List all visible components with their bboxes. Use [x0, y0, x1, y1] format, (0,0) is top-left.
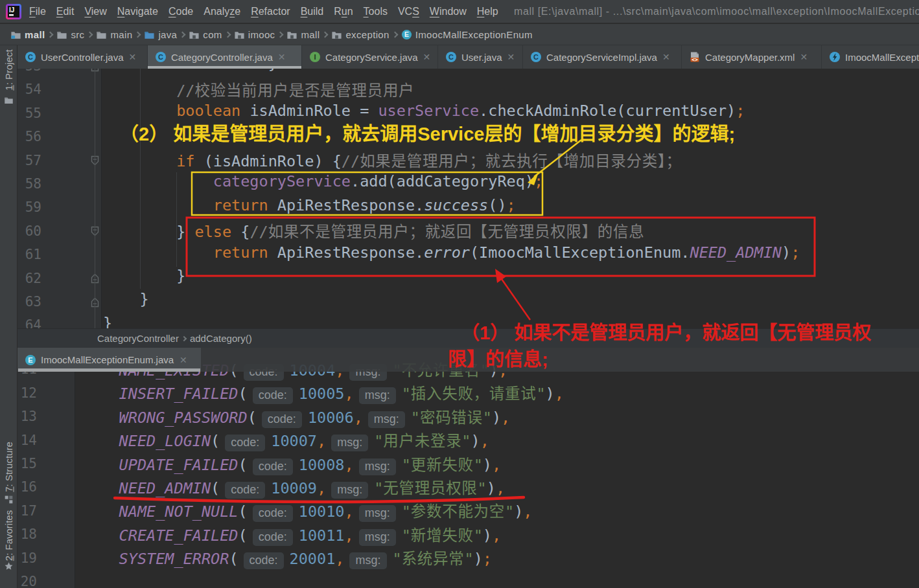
- nav-crumb-java[interactable]: java: [144, 24, 177, 45]
- annotation-yellow-note: （2） 如果是管理员用户，就去调用Service层的【增加目录分类】的逻辑;: [120, 119, 735, 146]
- nav-crumb-mall[interactable]: mall: [286, 24, 320, 45]
- code-token: ": [474, 526, 483, 545]
- line-number: 63: [25, 294, 41, 310]
- class-icon: C: [445, 51, 457, 63]
- chevron-right-icon: [224, 31, 231, 38]
- editor-category-controller[interactable]: 535455565758596061626364 } //校验当前用户是否是管理…: [17, 69, 919, 328]
- close-icon[interactable]: ✕: [507, 52, 515, 62]
- tab-categorycontroller-java[interactable]: CCategoryController.java✕: [148, 45, 302, 69]
- editor-imooc-mall-exception-enum[interactable]: 11121314151617181920 NAME_EXISTED(code:1…: [17, 348, 919, 588]
- close-icon[interactable]: ✕: [180, 355, 187, 365]
- gutter-bottom[interactable]: 11121314151617181920: [17, 348, 75, 588]
- nav-crumb-com[interactable]: com: [189, 24, 222, 45]
- navigation-bar: mallsrcmainjavacomimoocmallexceptionEImo…: [0, 24, 919, 45]
- close-icon[interactable]: ✕: [278, 52, 286, 62]
- parameter-hint: msg:: [368, 411, 405, 428]
- code-token: [103, 172, 213, 190]
- parameter-hint: code:: [253, 387, 293, 404]
- close-icon[interactable]: ✕: [129, 52, 137, 62]
- menu-window[interactable]: Window: [425, 0, 472, 23]
- code-token: ): [483, 456, 492, 474]
- tab-user-java[interactable]: CUser.java✕: [438, 45, 523, 69]
- tab-usercontroller-java[interactable]: CUserController.java✕: [17, 45, 148, 69]
- menu-run[interactable]: Run: [329, 0, 358, 23]
- folder-icon: [4, 95, 14, 105]
- tab-imooc-mall-exception-enum[interactable]: E ImoocMallExceptionEnum.java ✕: [17, 348, 201, 372]
- menu-analyze[interactable]: Analyze: [198, 0, 246, 23]
- code-line-13: WRONG_PASSWORD(code:10006,msg:"密码错误"),: [82, 405, 510, 429]
- tab-categorymapper-xml[interactable]: <>CategoryMapper.xml✕: [682, 45, 822, 69]
- menu-edit[interactable]: Edit: [51, 0, 80, 23]
- code-token: ,: [354, 409, 363, 427]
- menu-vcs[interactable]: VCS: [393, 0, 425, 23]
- nav-crumb-imoocmallexceptionenum[interactable]: EImoocMallExceptionEnum: [401, 24, 533, 45]
- close-icon[interactable]: ✕: [662, 52, 670, 62]
- code-token: (isAdminRole) {: [194, 152, 341, 170]
- interface-icon: I: [309, 51, 321, 63]
- nav-crumb-src[interactable]: src: [56, 24, 84, 45]
- package-icon: [189, 29, 200, 40]
- nav-crumb-exception[interactable]: exception: [331, 24, 389, 45]
- exception-class-icon: [829, 51, 841, 63]
- menu-refactor[interactable]: Refactor: [246, 0, 295, 23]
- menu-build[interactable]: Build: [296, 0, 329, 23]
- menu-view[interactable]: View: [79, 0, 111, 23]
- code-token: if: [176, 152, 194, 170]
- code-token: ": [464, 550, 473, 568]
- line-number: 15: [21, 456, 37, 471]
- gutter-top[interactable]: 535455565758596061626364: [17, 69, 102, 328]
- code-token: (: [238, 526, 248, 545]
- code-token: ,: [555, 385, 564, 403]
- menu-navigate[interactable]: Navigate: [112, 0, 163, 23]
- window-title: mall [E:\java\mall] - ...\src\main\java\…: [514, 0, 919, 23]
- nav-crumb-mall[interactable]: mall: [10, 24, 45, 45]
- close-icon[interactable]: ✕: [423, 52, 431, 62]
- code-token: ,: [344, 503, 353, 521]
- code-token: ,: [317, 479, 326, 497]
- code-token: ): [546, 385, 555, 403]
- menu-file[interactable]: File: [24, 0, 51, 23]
- tool-window-button-favorites[interactable]: 2: Favorites: [3, 510, 14, 561]
- code-token: [82, 432, 119, 450]
- tab-categoryservice-java[interactable]: ICategoryService.java✕: [302, 45, 438, 69]
- code-token: }: [103, 223, 194, 241]
- breadcrumb-class[interactable]: CategoryController: [97, 333, 179, 344]
- parameter-hint: code:: [253, 505, 293, 522]
- tool-window-button-structure[interactable]: 7: Structure: [3, 442, 14, 492]
- parameter-hint: msg:: [359, 505, 396, 522]
- menu-code[interactable]: Code: [163, 0, 198, 23]
- breadcrumb-method[interactable]: addCategory(): [190, 333, 252, 344]
- menu-tools[interactable]: Tools: [358, 0, 393, 23]
- line-number: 17: [21, 503, 37, 519]
- chevron-right-icon: [180, 31, 186, 38]
- nav-crumb-main[interactable]: main: [96, 24, 132, 45]
- code-token: [103, 152, 176, 170]
- code-token: ;: [736, 102, 745, 120]
- code-token: 10011: [299, 526, 345, 545]
- tab-imoocmallexception-java[interactable]: ImoocMallException.java✕: [822, 45, 919, 69]
- nav-crumb-imooc[interactable]: imooc: [234, 24, 275, 45]
- code-token: ": [374, 479, 383, 497]
- svg-text:I: I: [314, 53, 316, 61]
- code-token: [82, 503, 119, 521]
- parameter-hint: code:: [253, 458, 293, 475]
- code-line-58: categoryService.add(addCategoryReq);: [103, 172, 543, 196]
- menu-help[interactable]: Help: [472, 0, 504, 23]
- close-icon[interactable]: ✕: [800, 52, 808, 62]
- code-token: WRONG_PASSWORD: [119, 409, 248, 427]
- code-token: else: [194, 223, 231, 241]
- code-token: ): [474, 550, 483, 568]
- code-token: NEED_LOGIN: [119, 432, 211, 450]
- code-token: ,: [496, 479, 505, 497]
- tool-window-button-project[interactable]: 1: Project: [3, 49, 14, 90]
- code-line-16: NEED_ADMIN(code:10009,msg:"无管理员权限"),: [82, 476, 505, 500]
- folder-icon: [96, 29, 107, 40]
- code-token: (: [248, 409, 257, 427]
- source-folder-icon: [144, 29, 155, 40]
- code-token: ): [514, 503, 523, 521]
- package-icon: [234, 29, 245, 40]
- tab-categoryserviceimpl-java[interactable]: CCategoryServiceImpl.java✕: [523, 45, 682, 69]
- chevron-right-icon: [181, 335, 187, 341]
- code-token: UPDATE_FAILED: [119, 456, 238, 474]
- code-token: (: [238, 385, 248, 403]
